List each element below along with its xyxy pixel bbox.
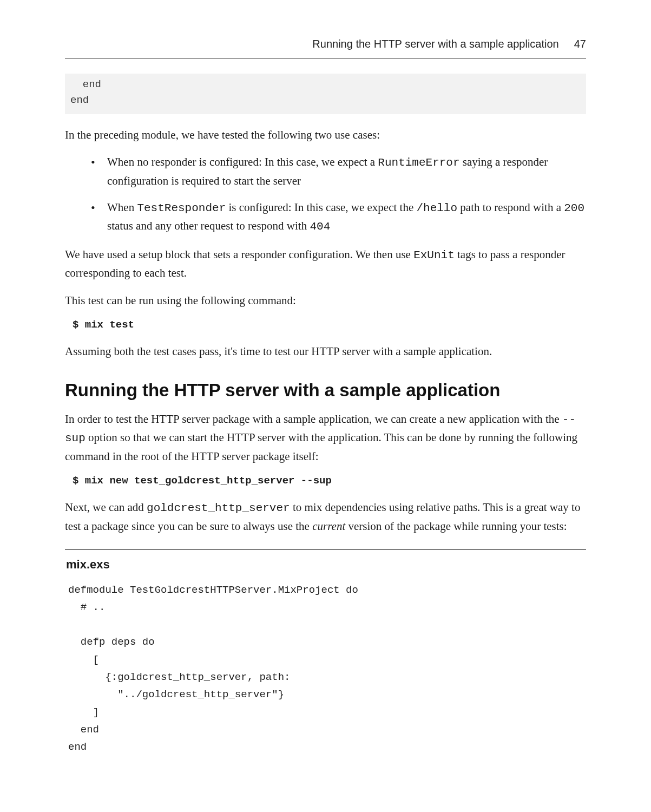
running-header: Running the HTTP server with a sample ap… xyxy=(65,38,586,58)
paragraph: Assuming both the test cases pass, it's … xyxy=(65,343,586,361)
use-case-list: When no responder is configured: In this… xyxy=(65,153,586,235)
paragraph: Next, we can add goldcrest_http_server t… xyxy=(65,499,586,535)
paragraph: We have used a setup block that sets a r… xyxy=(65,246,586,282)
list-item: When TestResponder is configured: In thi… xyxy=(107,199,586,236)
list-item: When no responder is configured: In this… xyxy=(107,153,586,189)
command-line: $ mix test xyxy=(73,319,586,331)
separator xyxy=(65,549,586,550)
text: We have used a setup block that sets a r… xyxy=(65,248,413,261)
command-line: $ mix new test_goldcrest_http_server --s… xyxy=(73,475,586,487)
text: path to respond with a xyxy=(457,201,564,214)
code-block-bottom: defmodule TestGoldcrestHTTPServer.MixPro… xyxy=(68,581,586,756)
text: is configured: In this case, we expect t… xyxy=(226,201,416,214)
inline-code: ExUnit xyxy=(413,249,455,261)
text: When xyxy=(107,201,137,214)
inline-code: goldcrest_http_server xyxy=(147,502,290,514)
paragraph: In order to test the HTTP server package… xyxy=(65,410,586,466)
inline-code: 200 xyxy=(564,202,584,214)
code-block-top: end end xyxy=(65,74,586,114)
paragraph: This test can be run using the following… xyxy=(65,292,586,310)
page-number: 47 xyxy=(574,38,586,50)
running-title: Running the HTTP server with a sample ap… xyxy=(312,38,558,50)
text: version of the package while running you… xyxy=(345,520,567,533)
inline-code: TestResponder xyxy=(137,202,226,214)
inline-code: /hello xyxy=(416,202,457,214)
text: option so that we can start the HTTP ser… xyxy=(65,431,577,463)
section-heading: Running the HTTP server with a sample ap… xyxy=(65,380,586,401)
text: Next, we can add xyxy=(65,501,147,514)
text: When no responder is configured: In this… xyxy=(107,155,378,168)
text: status and any other request to respond … xyxy=(107,219,310,232)
file-label: mix.exs xyxy=(66,558,586,572)
inline-code: 404 xyxy=(310,220,330,233)
paragraph-intro: In the preceding module, we have tested … xyxy=(65,126,586,144)
page: Running the HTTP server with a sample ap… xyxy=(0,0,651,812)
text: In order to test the HTTP server package… xyxy=(65,412,562,425)
inline-code: RuntimeError xyxy=(378,156,459,169)
emphasis: current xyxy=(312,520,345,533)
